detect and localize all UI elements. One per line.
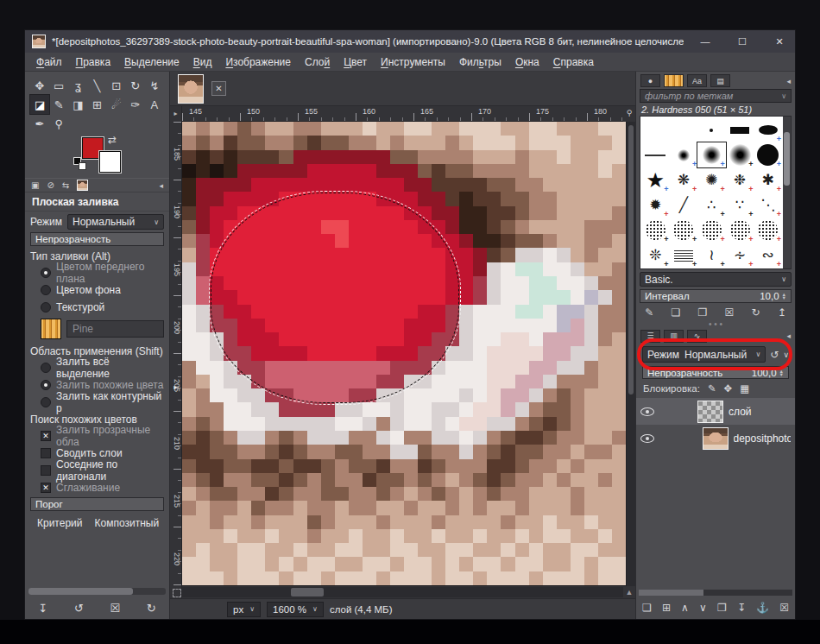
lock-position-icon[interactable]: ✥	[724, 382, 733, 395]
brush-item[interactable]: ≀+	[697, 243, 726, 268]
pattern-name-field[interactable]: Pine	[66, 320, 164, 338]
clone-tool[interactable]: ⊞	[87, 95, 106, 114]
image-tab-thumbnail[interactable]	[178, 74, 204, 104]
unit-dropdown[interactable]: px∨	[227, 602, 261, 617]
brush-item[interactable]: ╱	[670, 193, 698, 218]
patterns-tab[interactable]	[664, 74, 684, 87]
history-arrows-icon[interactable]: ⇆	[62, 180, 69, 190]
brush-item[interactable]: +	[670, 218, 698, 243]
move-tool[interactable]: ✥	[30, 76, 49, 95]
delete-brush-button[interactable]: ☒	[724, 306, 734, 319]
eraser-tool[interactable]: ◨	[68, 95, 87, 114]
minimize-button[interactable]: —	[690, 30, 721, 53]
brush-group-dropdown[interactable]: Basic.∨	[640, 272, 792, 287]
brush-item[interactable]: +	[754, 142, 782, 167]
reset-mode-icon[interactable]: ↺	[770, 349, 779, 361]
antialiasing-checkbox[interactable]: ✕Сглаживание	[30, 480, 164, 495]
layer-mode-dropdown[interactable]: РежимНормальный∨	[642, 346, 766, 363]
tag-filter-input[interactable]: фильтр по меткам∨	[640, 89, 792, 103]
airbrush-tool[interactable]: ✑	[126, 95, 145, 114]
tool-options-scrollbar[interactable]	[28, 588, 166, 595]
diagonal-neighbors-checkbox[interactable]: Соседние по диагонали	[30, 463, 164, 477]
brush-item[interactable]: ✹+	[641, 193, 670, 218]
duplicate-brush-button[interactable]: ❐	[697, 306, 707, 319]
brush-item[interactable]: ⋱+	[754, 193, 782, 218]
background-color-swatch[interactable]	[99, 151, 121, 173]
warp-tool[interactable]: ↯	[145, 76, 164, 95]
brush-item[interactable]	[726, 117, 754, 142]
bucket-fill-tool[interactable]: ◪	[30, 95, 49, 114]
fill-by-line-art-radio[interactable]: Залить как контурный р	[30, 395, 164, 409]
menu-фильтры[interactable]: Фильтры	[452, 56, 508, 68]
duplicate-layer-button[interactable]: ❐	[717, 602, 727, 614]
smudge-tool[interactable]: ☄	[107, 95, 126, 114]
brush-item[interactable]: ✺+	[697, 167, 726, 193]
dock-resize-handle[interactable]: • • •	[636, 322, 795, 329]
crop-tool[interactable]: ⊡	[107, 76, 126, 95]
rectangle-select-tool[interactable]: ▭	[49, 76, 68, 95]
paths-tool[interactable]: ╲	[87, 76, 106, 95]
collapse-dock-icon[interactable]: ◂	[786, 77, 791, 85]
brush-item[interactable]: +	[670, 142, 698, 167]
vertical-scrollbar[interactable]	[626, 122, 635, 586]
criterion-dropdown[interactable]: Композитный	[94, 517, 159, 529]
save-options-button[interactable]: ↧	[38, 602, 47, 615]
merge-down-button[interactable]: ↧	[737, 602, 746, 614]
layer-row[interactable]: слой	[636, 398, 795, 425]
menu-окна[interactable]: Окна	[508, 56, 546, 68]
brush-spacing-slider[interactable]: Интервал 10,0▲▼	[640, 289, 792, 303]
pattern-preview[interactable]	[41, 319, 61, 339]
channels-tab[interactable]: ▥	[664, 330, 684, 343]
brush-item[interactable]: +	[726, 142, 754, 167]
brush-item[interactable]	[697, 117, 726, 142]
brush-item[interactable]: +	[754, 117, 782, 142]
menu-цвет[interactable]: Цвет	[337, 56, 374, 68]
paths-tab[interactable]: ∿	[687, 330, 707, 343]
fill-whole-selection-radio[interactable]: Залить всё выделение	[30, 360, 164, 375]
brush-item[interactable]: ∵+	[726, 193, 754, 218]
new-group-button[interactable]: ⊞	[662, 602, 671, 614]
layer-visibility-eye-icon[interactable]	[640, 434, 654, 443]
brush-item[interactable]: +	[726, 218, 754, 243]
brush-item[interactable]: +	[670, 243, 698, 268]
menu-вид[interactable]: Вид	[186, 56, 219, 68]
layer-thumbnail[interactable]	[703, 427, 729, 450]
refresh-brushes-button[interactable]: ↻	[751, 306, 760, 319]
brush-item[interactable]: ∴+	[697, 193, 726, 218]
edit-brush-button[interactable]: ✎	[645, 306, 653, 319]
fonts-tab[interactable]: Aa	[687, 74, 707, 87]
fill-fg-radio[interactable]: Цветом переднего плана	[30, 265, 164, 280]
layer-thumbnail[interactable]	[697, 401, 723, 423]
layer-name[interactable]: depositphoto	[734, 432, 791, 445]
restore-options-button[interactable]: ↺	[74, 602, 84, 615]
active-image-icon[interactable]	[77, 180, 88, 191]
swap-colors-icon[interactable]: ⇄	[108, 134, 117, 146]
document-history-tab[interactable]: ▤	[710, 74, 730, 87]
brush-item[interactable]: +	[641, 218, 670, 243]
display-icon[interactable]: ▣	[31, 180, 39, 190]
menu-изображение[interactable]: Изображение	[218, 56, 298, 68]
menu-справка[interactable]: Справка	[546, 56, 601, 68]
default-colors-icon[interactable]	[73, 157, 85, 169]
menu-выделение[interactable]: Выделение	[117, 56, 186, 68]
new-layer-button[interactable]: ❏	[642, 602, 652, 614]
fill-pattern-radio[interactable]: Текстурой	[30, 300, 164, 314]
maximize-button[interactable]: ☐	[727, 30, 758, 53]
anchor-layer-button[interactable]: ⚓	[756, 602, 769, 614]
brush-item[interactable]: +	[754, 218, 782, 243]
brush-item[interactable]	[641, 142, 670, 167]
menu-слой[interactable]: Слой	[298, 56, 337, 68]
image-tab-close-icon[interactable]: ✕	[211, 81, 226, 96]
brush-item[interactable]: ❋+	[670, 167, 698, 193]
pointer-device-icon[interactable]: ⊘	[47, 180, 54, 190]
fill-bg-radio[interactable]: Цветом фона	[30, 282, 164, 297]
brush-item[interactable]: ❉+	[726, 167, 754, 193]
canvas[interactable]	[182, 122, 626, 586]
layers-scrollbar[interactable]	[639, 590, 792, 596]
brush-item[interactable]: +	[697, 218, 726, 243]
mode-group-chevron-icon[interactable]: ∨	[783, 350, 789, 359]
layer-visibility-eye-icon[interactable]	[640, 407, 654, 416]
zoom-dropdown[interactable]: 1600 %∨	[267, 602, 324, 617]
brush-item[interactable]: ∻+	[726, 243, 754, 268]
fill-transparent-checkbox[interactable]: ✕Залить прозрачные обла	[30, 428, 164, 443]
